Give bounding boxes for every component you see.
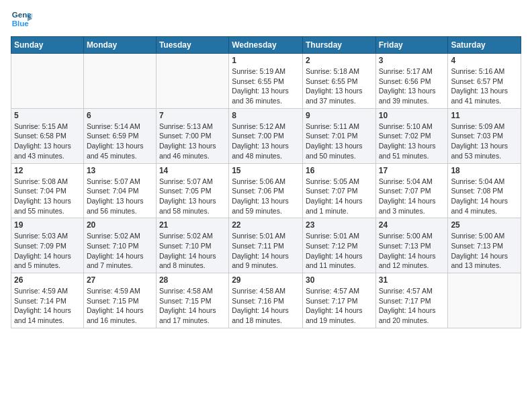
day-cell: 1Sunrise: 5:19 AMSunset: 6:55 PMDaylight… — [229, 54, 303, 109]
day-cell — [83, 54, 156, 109]
day-number: 27 — [87, 275, 153, 285]
day-info: Sunrise: 5:01 AMSunset: 7:11 PMDaylight:… — [232, 231, 300, 271]
day-number: 24 — [379, 220, 445, 230]
day-info: Sunrise: 5:07 AMSunset: 7:05 PMDaylight:… — [159, 177, 226, 216]
day-number: 17 — [379, 166, 445, 175]
day-info: Sunrise: 5:08 AMSunset: 7:04 PMDaylight:… — [14, 177, 81, 216]
day-info: Sunrise: 5:04 AMSunset: 7:08 PMDaylight:… — [451, 177, 518, 216]
day-cell: 12Sunrise: 5:08 AMSunset: 7:04 PMDayligh… — [11, 163, 84, 218]
week-row-3: 12Sunrise: 5:08 AMSunset: 7:04 PMDayligh… — [11, 163, 521, 218]
day-number: 28 — [159, 275, 226, 285]
day-number: 30 — [306, 275, 373, 285]
day-cell: 3Sunrise: 5:17 AMSunset: 6:56 PMDaylight… — [375, 54, 448, 109]
day-cell: 17Sunrise: 5:04 AMSunset: 7:07 PMDayligh… — [375, 163, 448, 218]
day-cell: 8Sunrise: 5:12 AMSunset: 7:00 PMDaylight… — [229, 108, 303, 163]
day-info: Sunrise: 5:10 AMSunset: 7:02 PMDaylight:… — [379, 122, 445, 161]
day-cell: 9Sunrise: 5:11 AMSunset: 7:01 PMDaylight… — [302, 108, 375, 163]
day-number: 23 — [306, 220, 373, 230]
logo-icon: General Blue — [11, 8, 32, 30]
day-info: Sunrise: 5:15 AMSunset: 6:58 PMDaylight:… — [14, 122, 81, 161]
day-number: 8 — [232, 111, 300, 120]
day-cell: 22Sunrise: 5:01 AMSunset: 7:11 PMDayligh… — [229, 218, 303, 273]
week-row-1: 1Sunrise: 5:19 AMSunset: 6:55 PMDaylight… — [11, 54, 521, 109]
day-number: 16 — [306, 166, 373, 175]
day-info: Sunrise: 5:00 AMSunset: 7:13 PMDaylight:… — [379, 231, 445, 271]
day-number: 11 — [451, 111, 518, 120]
day-number: 15 — [232, 166, 300, 175]
day-cell: 27Sunrise: 4:59 AMSunset: 7:15 PMDayligh… — [83, 273, 156, 328]
day-number: 21 — [159, 220, 226, 230]
day-number: 19 — [14, 220, 81, 230]
weekday-thursday: Thursday — [302, 37, 375, 54]
day-info: Sunrise: 5:16 AMSunset: 6:57 PMDaylight:… — [451, 66, 518, 106]
day-cell: 25Sunrise: 5:00 AMSunset: 7:13 PMDayligh… — [448, 218, 521, 273]
day-info: Sunrise: 5:05 AMSunset: 7:07 PMDaylight:… — [306, 177, 373, 216]
day-number: 1 — [232, 56, 300, 65]
day-number: 20 — [87, 220, 153, 230]
logo: General Blue — [11, 8, 32, 30]
day-cell: 14Sunrise: 5:07 AMSunset: 7:05 PMDayligh… — [156, 163, 228, 218]
day-number: 7 — [159, 111, 226, 120]
day-cell: 11Sunrise: 5:09 AMSunset: 7:03 PMDayligh… — [448, 108, 521, 163]
day-cell — [448, 273, 521, 328]
day-cell: 26Sunrise: 4:59 AMSunset: 7:14 PMDayligh… — [11, 273, 84, 328]
day-info: Sunrise: 4:57 AMSunset: 7:17 PMDaylight:… — [379, 286, 445, 326]
day-cell — [11, 54, 84, 109]
day-info: Sunrise: 4:59 AMSunset: 7:14 PMDaylight:… — [14, 286, 81, 326]
day-cell: 5Sunrise: 5:15 AMSunset: 6:58 PMDaylight… — [11, 108, 84, 163]
day-number: 6 — [87, 111, 153, 120]
day-number: 10 — [379, 111, 445, 120]
page: General Blue SundayMondayTuesdayWednesda… — [0, 0, 532, 336]
day-number: 5 — [14, 111, 81, 120]
day-cell: 2Sunrise: 5:18 AMSunset: 6:55 PMDaylight… — [302, 54, 375, 109]
day-cell: 15Sunrise: 5:06 AMSunset: 7:06 PMDayligh… — [229, 163, 303, 218]
day-cell: 31Sunrise: 4:57 AMSunset: 7:17 PMDayligh… — [375, 273, 448, 328]
svg-text:Blue: Blue — [12, 19, 30, 28]
day-number: 25 — [451, 220, 518, 230]
day-cell: 28Sunrise: 4:58 AMSunset: 7:15 PMDayligh… — [156, 273, 228, 328]
day-cell: 18Sunrise: 5:04 AMSunset: 7:08 PMDayligh… — [448, 163, 521, 218]
day-number: 29 — [232, 275, 300, 285]
weekday-monday: Monday — [83, 37, 156, 54]
day-info: Sunrise: 5:07 AMSunset: 7:04 PMDaylight:… — [87, 177, 153, 216]
day-number: 26 — [14, 275, 81, 285]
day-info: Sunrise: 5:02 AMSunset: 7:10 PMDaylight:… — [159, 231, 226, 271]
day-info: Sunrise: 5:18 AMSunset: 6:55 PMDaylight:… — [306, 66, 373, 106]
day-number: 4 — [451, 56, 518, 65]
day-cell: 24Sunrise: 5:00 AMSunset: 7:13 PMDayligh… — [375, 218, 448, 273]
day-info: Sunrise: 5:13 AMSunset: 7:00 PMDaylight:… — [159, 122, 226, 161]
day-cell: 16Sunrise: 5:05 AMSunset: 7:07 PMDayligh… — [302, 163, 375, 218]
day-number: 3 — [379, 56, 445, 65]
weekday-header-row: SundayMondayTuesdayWednesdayThursdayFrid… — [11, 37, 521, 54]
day-info: Sunrise: 4:58 AMSunset: 7:15 PMDaylight:… — [159, 286, 226, 326]
day-info: Sunrise: 5:00 AMSunset: 7:13 PMDaylight:… — [451, 231, 518, 271]
day-info: Sunrise: 5:14 AMSunset: 6:59 PMDaylight:… — [87, 122, 153, 161]
day-cell: 4Sunrise: 5:16 AMSunset: 6:57 PMDaylight… — [448, 54, 521, 109]
day-cell: 10Sunrise: 5:10 AMSunset: 7:02 PMDayligh… — [375, 108, 448, 163]
day-cell: 20Sunrise: 5:02 AMSunset: 7:10 PMDayligh… — [83, 218, 156, 273]
day-cell: 6Sunrise: 5:14 AMSunset: 6:59 PMDaylight… — [83, 108, 156, 163]
day-info: Sunrise: 5:02 AMSunset: 7:10 PMDaylight:… — [87, 231, 153, 271]
day-cell: 29Sunrise: 4:58 AMSunset: 7:16 PMDayligh… — [229, 273, 303, 328]
day-number: 2 — [306, 56, 373, 65]
day-number: 14 — [159, 166, 226, 175]
day-cell: 30Sunrise: 4:57 AMSunset: 7:17 PMDayligh… — [302, 273, 375, 328]
day-info: Sunrise: 5:19 AMSunset: 6:55 PMDaylight:… — [232, 66, 300, 106]
weekday-wednesday: Wednesday — [229, 37, 303, 54]
day-cell: 13Sunrise: 5:07 AMSunset: 7:04 PMDayligh… — [83, 163, 156, 218]
day-info: Sunrise: 5:17 AMSunset: 6:56 PMDaylight:… — [379, 66, 445, 106]
day-number: 31 — [379, 275, 445, 285]
week-row-5: 26Sunrise: 4:59 AMSunset: 7:14 PMDayligh… — [11, 273, 521, 328]
week-row-4: 19Sunrise: 5:03 AMSunset: 7:09 PMDayligh… — [11, 218, 521, 273]
weekday-friday: Friday — [375, 37, 448, 54]
weekday-tuesday: Tuesday — [156, 37, 228, 54]
weekday-sunday: Sunday — [11, 37, 84, 54]
day-number: 18 — [451, 166, 518, 175]
weekday-saturday: Saturday — [448, 37, 521, 54]
day-info: Sunrise: 4:57 AMSunset: 7:17 PMDaylight:… — [306, 286, 373, 326]
week-row-2: 5Sunrise: 5:15 AMSunset: 6:58 PMDaylight… — [11, 108, 521, 163]
day-info: Sunrise: 5:06 AMSunset: 7:06 PMDaylight:… — [232, 177, 300, 216]
day-cell: 19Sunrise: 5:03 AMSunset: 7:09 PMDayligh… — [11, 218, 84, 273]
day-info: Sunrise: 5:12 AMSunset: 7:00 PMDaylight:… — [232, 122, 300, 161]
header: General Blue — [11, 8, 521, 30]
